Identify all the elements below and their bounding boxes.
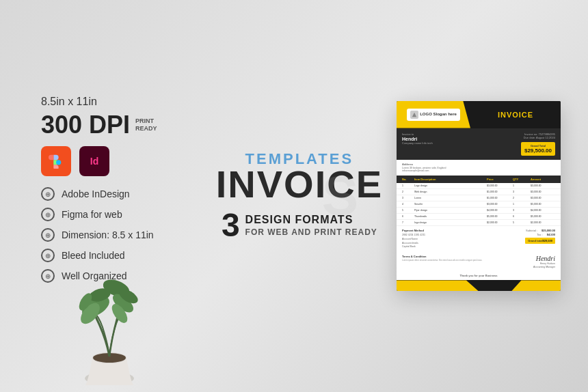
specs-section: 8.5in x 11in 300 DPI PRINTREADY Id [41,96,202,176]
indesign-icon: Id [79,146,109,176]
invoice-grand-total-box: Grand Total $29,500.00 [521,142,555,156]
address-text: Lorem 39 beckam, western side, Englandin… [402,167,555,173]
feature-adobe: ⊕ Adobe InDesign [41,187,202,201]
invoice-preview: LOGO Slogan here INVOICE Invoice to Hend… [397,101,561,292]
bottom-bar-left [397,280,479,291]
invoice-due-date: Due date: August 12,2024 [521,136,555,139]
dpi-label: PRINTREADY [135,117,157,132]
main-container: S 8.5in x 11in 300 DPI PRINTREADY [0,0,588,392]
check-icon-3: ⊕ [41,228,55,242]
terms-title: Terms & Condition [402,255,533,258]
design-formats: 3 DESIGN FORMATS FOR WEB AND PRINT READY [216,209,383,242]
invoice-header: LOGO Slogan here INVOICE [397,101,561,128]
payment-title: Payment Method [402,229,525,232]
formats-main: DESIGN FORMATS [245,213,377,227]
invoice-logo-section: LOGO Slogan here [397,101,470,128]
tax-row: Tax : $4,500 [525,233,555,236]
svg-point-0 [56,160,61,165]
invoice-title-section: INVOICE [470,101,561,128]
table-header: No. Item Description Price QTY Amount [397,176,561,183]
feature-figma: ⊕ Figma for web [41,208,202,221]
specs-dpi-row: 300 DPI PRINTREADY [41,111,202,139]
th-no: No. [402,178,413,181]
table-row: 6 Thumbnails $5,000.00 6 $5,000.00 [397,214,561,220]
th-desc: Item Description [414,178,485,181]
subtotal-value: $25,000.00 [542,229,555,232]
invoice-details: Invoice no: 75279884285 Due date: August… [521,132,555,156]
table-row: 2 Web design $1,000.00 3 $3,000.00 [397,189,561,195]
address-label: Address [402,163,555,166]
invoice-footer: Payment Method 2882 4254 1385 4231 Accou… [397,226,561,251]
logo-icon [410,111,418,119]
invoice-to-name: Hendri [402,137,433,141]
invoice-title: INVOICE [216,165,383,204]
table-row: 4 Smurfer $3,000.00 1 $5,000.00 [397,201,561,208]
invoice-preview-section: LOGO Slogan here INVOICE Invoice to Hend… [397,101,561,292]
invoice-logo-box: LOGO Slogan here [407,109,460,121]
invoice-body: Invoice to Hendri Company name Info tech… [397,128,561,160]
grand-total-footer-value: $29,500 [543,239,552,242]
th-price: Price [487,178,511,181]
feature-label-2: Figma for web [62,209,122,220]
thank-you-text: Thank you for your Business [397,271,561,280]
invoice-to-label: Invoice to [402,132,433,136]
check-icon-2: ⊕ [41,208,55,221]
check-icon-5: ⊕ [41,269,55,283]
tax-value: $4,500 [547,233,555,236]
invoice-to-company: Company name Info tech [402,141,433,145]
number-3: 3 [222,209,240,242]
svg-marker-12 [412,112,416,116]
payment-text: 2882 4254 1385 4231 Account Name Account… [402,234,525,249]
plant-decoration [55,242,164,392]
feature-dimension: ⊕ Dimension: 8.5 x 11in [41,228,202,242]
signature-title: Henry HudsonAccounting Manager [533,262,555,269]
table-row: 5 Flyer design $4,000.00 3 $4,000.00 [397,208,561,214]
logo-text: LOGO Slogan here [420,112,457,117]
check-icon-1: ⊕ [41,187,55,201]
table-row: 7 logo design $2,000.00 5 $2,000.00 [397,220,561,226]
subtotal-label: Subtotal : [526,229,537,232]
grand-total-footer-label: Grand total [528,239,542,242]
specs-size: 8.5in x 11in [41,96,202,108]
signature-section: Hendri Henry HudsonAccounting Manager [533,255,555,269]
center-section: TEMPLATES INVOICE 3 DESIGN FORMATS FOR W… [202,150,397,242]
grand-total-row: Grand total $29,500 [525,238,555,244]
invoice-totals: Subtotal : $25,000.00 Tax : $4,500 Grand… [525,229,555,249]
payment-method: Payment Method 2882 4254 1385 4231 Accou… [402,229,525,249]
terms-text: Lorem ipsum dolor sit amet consectetur. … [402,259,533,262]
th-qty: QTY [513,178,529,181]
check-icon-4: ⊕ [41,249,55,262]
subtotal-row: Subtotal : $25,000.00 [525,229,555,232]
figma-icon [41,146,71,176]
invoice-address: Address Lorem 39 beckam, western side, E… [397,160,561,176]
tax-label: Tax : [537,233,542,236]
table-row: 1 Logo design $3,000.00 1 $3,000.00 [397,183,561,189]
app-icons: Id [41,146,202,176]
grand-total-amount: $29,500.00 [524,148,552,154]
invoice-number: Invoice no: 75279884285 [521,132,555,136]
feature-label-3: Dimension: 8.5 x 11in [62,229,154,240]
invoice-table: No. Item Description Price QTY Amount 1 … [397,176,561,226]
invoice-terms: Terms & Condition Lorem ipsum dolor sit … [397,252,561,272]
invoice-bottom-bar [397,280,561,291]
invoice-title-text: INVOICE [498,111,533,119]
th-amount: Amount [531,178,555,181]
bottom-bar-right [511,280,561,291]
table-row: 3 Lorem $1,000.00 2 $3,000.00 [397,195,561,201]
invoice-to: Invoice to Hendri Company name Info tech [402,132,433,145]
dpi-number: 300 DPI [41,111,130,139]
signature-name: Hendri [533,255,555,262]
feature-label-1: Adobe InDesign [62,188,130,199]
terms-left: Terms & Condition Lorem ipsum dolor sit … [402,255,533,269]
formats-text: DESIGN FORMATS FOR WEB AND PRINT READY [245,213,377,238]
formats-sub: FOR WEB AND PRINT READY [245,227,377,238]
